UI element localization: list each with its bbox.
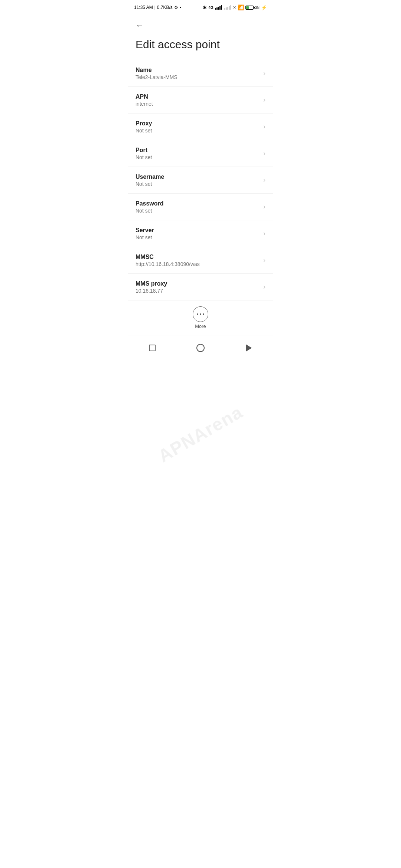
settings-value-password: Not set bbox=[136, 208, 260, 214]
time-display: 11:35 AM bbox=[134, 5, 153, 10]
chevron-right-icon-username: › bbox=[263, 176, 265, 184]
chevron-right-icon-name: › bbox=[263, 69, 265, 77]
recents-icon bbox=[149, 345, 156, 351]
settings-label-username: Username bbox=[136, 174, 260, 180]
settings-item-content-proxy: Proxy Not set bbox=[136, 120, 260, 134]
settings-item-content-mms-proxy: MMS proxy 10.16.18.77 bbox=[136, 280, 260, 294]
settings-item-password[interactable]: Password Not set › bbox=[128, 194, 273, 220]
chevron-right-icon-server: › bbox=[263, 230, 265, 237]
settings-label-proxy: Proxy bbox=[136, 120, 260, 127]
page-title: Edit access point bbox=[128, 34, 273, 60]
settings-item-content-server: Server Not set bbox=[136, 227, 260, 240]
settings-label-mmsc: MMSC bbox=[136, 254, 260, 260]
settings-item-name[interactable]: Name Tele2-Latvia-MMS › bbox=[128, 60, 273, 87]
settings-item-port[interactable]: Port Not set › bbox=[128, 140, 273, 167]
settings-item-content-apn: APN internet bbox=[136, 93, 260, 107]
home-nav-button[interactable] bbox=[192, 340, 209, 356]
settings-icon: ⚙ bbox=[174, 5, 178, 10]
chevron-right-icon-port: › bbox=[263, 149, 265, 157]
settings-item-mmsc[interactable]: MMSC http://10.16.18.4:38090/was › bbox=[128, 247, 273, 274]
status-left: 11:35 AM | 0.7KB/s ⚙ ▪ bbox=[134, 5, 181, 10]
settings-label-server: Server bbox=[136, 227, 260, 234]
settings-item-content-password: Password Not set bbox=[136, 200, 260, 214]
settings-list: Name Tele2-Latvia-MMS › APN internet › P… bbox=[128, 60, 273, 300]
separator: | bbox=[154, 5, 156, 10]
speed-display: 0.7KB/s bbox=[157, 5, 173, 10]
more-label: More bbox=[195, 323, 206, 329]
no-signal-icon: ✕ bbox=[233, 5, 236, 10]
settings-value-proxy: Not set bbox=[136, 128, 260, 134]
back-nav-button[interactable] bbox=[241, 340, 257, 356]
bottom-navigation bbox=[128, 335, 273, 364]
back-triangle-icon bbox=[246, 344, 252, 352]
settings-item-mms-proxy[interactable]: MMS proxy 10.16.18.77 › bbox=[128, 274, 273, 300]
back-button[interactable]: ← bbox=[128, 13, 273, 34]
settings-item-server[interactable]: Server Not set › bbox=[128, 220, 273, 247]
settings-value-mmsc: http://10.16.18.4:38090/was bbox=[136, 261, 260, 267]
settings-item-proxy[interactable]: Proxy Not set › bbox=[128, 114, 273, 140]
chevron-right-icon-mmsc: › bbox=[263, 256, 265, 264]
settings-value-apn: internet bbox=[136, 101, 260, 107]
video-icon: ▪ bbox=[180, 5, 181, 10]
settings-label-apn: APN bbox=[136, 93, 260, 100]
chevron-right-icon-apn: › bbox=[263, 96, 265, 104]
settings-label-name: Name bbox=[136, 67, 260, 73]
battery-icon bbox=[245, 6, 254, 10]
chevron-right-icon-password: › bbox=[263, 203, 265, 211]
charging-icon: ⚡ bbox=[261, 5, 267, 10]
more-dots-icon bbox=[197, 313, 204, 315]
chevron-right-icon-proxy: › bbox=[263, 123, 265, 131]
signal-bars-1 bbox=[215, 5, 222, 10]
settings-item-username[interactable]: Username Not set › bbox=[128, 167, 273, 194]
settings-item-content-port: Port Not set bbox=[136, 147, 260, 160]
settings-value-port: Not set bbox=[136, 154, 260, 160]
chevron-right-icon-mms-proxy: › bbox=[263, 283, 265, 291]
home-icon bbox=[196, 344, 205, 352]
settings-label-mms-proxy: MMS proxy bbox=[136, 280, 260, 287]
settings-label-password: Password bbox=[136, 200, 260, 207]
recents-nav-button[interactable] bbox=[144, 340, 160, 356]
settings-value-name: Tele2-Latvia-MMS bbox=[136, 74, 260, 80]
battery-percent: 38 bbox=[255, 5, 260, 10]
wifi-icon: 📶 bbox=[238, 4, 244, 10]
settings-item-apn[interactable]: APN internet › bbox=[128, 87, 273, 114]
settings-label-port: Port bbox=[136, 147, 260, 154]
settings-value-mms-proxy: 10.16.18.77 bbox=[136, 288, 260, 294]
status-bar: 11:35 AM | 0.7KB/s ⚙ ▪ ✱ 4G ✕ 📶 38 bbox=[128, 0, 273, 13]
settings-item-content-name: Name Tele2-Latvia-MMS bbox=[136, 67, 260, 80]
settings-item-content-mmsc: MMSC http://10.16.18.4:38090/was bbox=[136, 254, 260, 267]
network-4g-icon: 4G bbox=[208, 6, 213, 10]
more-button[interactable]: More bbox=[128, 300, 273, 332]
back-arrow-icon: ← bbox=[136, 21, 144, 30]
signal-bars-2 bbox=[224, 5, 231, 10]
settings-item-content-username: Username Not set bbox=[136, 174, 260, 187]
bluetooth-icon: ✱ bbox=[203, 5, 207, 10]
more-circle-icon bbox=[193, 306, 208, 322]
status-right: ✱ 4G ✕ 📶 38 ⚡ bbox=[203, 4, 267, 10]
settings-value-server: Not set bbox=[136, 234, 260, 240]
settings-value-username: Not set bbox=[136, 181, 260, 187]
